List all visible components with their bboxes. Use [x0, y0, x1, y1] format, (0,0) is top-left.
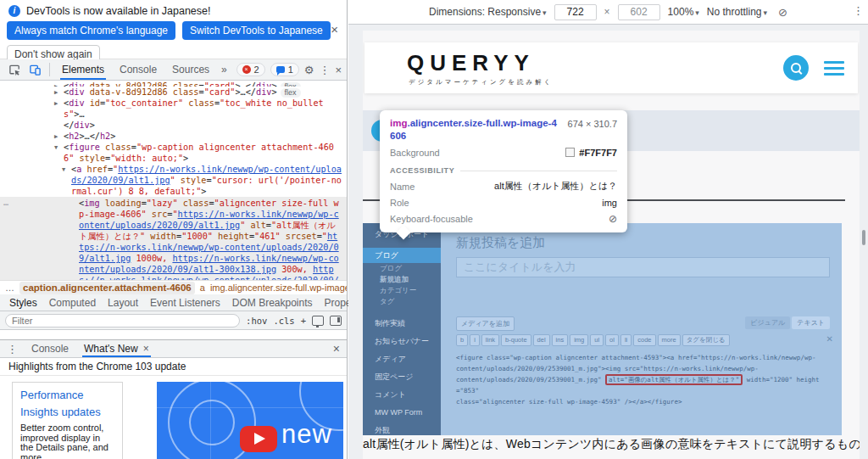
- toolbar-divider: [49, 63, 50, 76]
- code-token: width: [145, 232, 176, 241]
- code-token: "toc_container": [105, 98, 183, 108]
- styles-pane-tabs: Styles Computed Layout Event Listeners D…: [0, 294, 347, 311]
- code-token: >…: [74, 109, 84, 119]
- tree-node-anchor[interactable]: ▼<a href="https://n-works.link/newwp/wp-…: [0, 164, 347, 197]
- breadcrumb-img[interactable]: img.aligncenter.size-full.wp-image-4606: [210, 283, 347, 293]
- wp-text-tab: テキスト: [792, 316, 830, 329]
- toggle-hover-state[interactable]: :hov: [246, 316, 267, 326]
- tree-node-figure[interactable]: ▼<figure class="wp-caption aligncenter a…: [0, 142, 347, 164]
- toggle-classes[interactable]: .cls: [273, 316, 294, 326]
- site-logo[interactable]: QUERYY: [407, 50, 535, 76]
- color-swatch: [565, 148, 575, 157]
- accessibility-section-label: ACCESSIBILITY: [390, 166, 454, 175]
- tree-node-h2[interactable]: ▶<h2>…</h2>: [0, 131, 347, 142]
- device-toolbar-menu-icon[interactable]: ⋮: [853, 4, 864, 17]
- breadcrumb-anchor[interactable]: a: [200, 283, 205, 293]
- dropdown-icon: ▾: [542, 8, 547, 17]
- new-style-rule-button[interactable]: +: [301, 316, 306, 326]
- infobar-close-icon[interactable]: ×: [331, 24, 338, 36]
- expand-icon[interactable]: ▶: [54, 98, 58, 109]
- gutter-ellipsis-icon: …: [3, 197, 9, 208]
- throttling-select[interactable]: No throttling▾: [707, 6, 767, 18]
- wp-sidebar-item: タグ: [363, 296, 441, 307]
- page-scrollbar-thumb[interactable]: [862, 230, 865, 245]
- wp-sidebar-item: お知らせバナー: [363, 334, 441, 348]
- wp-sidebar-item: メディア: [363, 352, 441, 366]
- drawer-close-icon[interactable]: ×: [333, 342, 340, 355]
- collapse-icon[interactable]: ▼: [62, 165, 65, 176]
- code-token: style: [175, 176, 207, 185]
- blocked-icon[interactable]: ⊘: [778, 6, 787, 19]
- wp-code-text: content/uploads/2020/09/2539001_m.jpg": [456, 376, 605, 383]
- code-token: div: [69, 87, 84, 97]
- code-token: div: [69, 98, 84, 108]
- breadcrumb-figure[interactable]: caption.aligncenter.attachment-4606: [19, 282, 195, 294]
- wp-code-text: <figure class="wp-caption aligncenter at…: [456, 354, 815, 361]
- tree-node-clipped[interactable]: ▶<div data-v-8d912d86 class="card">…</di…: [0, 81, 347, 87]
- viewport-width-input[interactable]: [554, 4, 597, 20]
- tree-node-card-div[interactable]: ▶<div data-v-8d912d86 class="card">…</di…: [0, 87, 347, 98]
- tab-layout[interactable]: Layout: [102, 297, 144, 309]
- settings-gear-icon[interactable]: ⚙: [304, 64, 314, 76]
- drawer-menu-icon[interactable]: ⋮: [7, 343, 18, 355]
- rendering-icon[interactable]: [312, 316, 324, 326]
- hamburger-menu-icon[interactable]: [824, 61, 844, 79]
- issues-badge[interactable]: 1: [270, 63, 299, 76]
- collapse-icon[interactable]: ▼: [54, 143, 58, 154]
- code-token: >: [201, 187, 206, 196]
- tooltip-dimensions: 674 × 310.7: [568, 117, 617, 129]
- whats-new-heading: Highlights from the Chrome 103 update: [0, 358, 347, 376]
- whats-new-video-thumbnail[interactable]: new: [157, 382, 343, 459]
- code-token: flex: [281, 88, 301, 98]
- dropdown-icon: ▾: [695, 8, 699, 17]
- wp-sidebar-item: MW WP Form: [363, 406, 441, 419]
- tab-styles[interactable]: Styles: [3, 297, 43, 309]
- wp-page-heading: 新規投稿を追加: [456, 235, 545, 251]
- tab-close-icon[interactable]: ×: [143, 343, 149, 355]
- computed-sidebar-icon[interactable]: [330, 316, 342, 326]
- device-toolbar-icon[interactable]: [25, 60, 44, 79]
- zoom-select[interactable]: 100%▾: [668, 6, 699, 18]
- devtools-language-infobar: i DevTools is now available in Japanese!…: [0, 0, 347, 59]
- tab-event-listeners[interactable]: Event Listeners: [144, 297, 226, 309]
- tree-node-toc-div[interactable]: ▶<div id="toc_container" class="toc_whit…: [0, 98, 347, 120]
- tab-console[interactable]: Console: [113, 59, 164, 80]
- wp-editor-button: code: [633, 334, 655, 346]
- drawer-tab-console[interactable]: Console: [30, 340, 70, 357]
- drawer-tab-whats-new[interactable]: What's New×: [82, 340, 151, 357]
- card-title-link[interactable]: Performance Insights updates: [20, 387, 114, 421]
- code-token: height: [213, 232, 249, 241]
- not-focusable-icon: ⊘: [609, 213, 617, 225]
- tab-sources[interactable]: Sources: [165, 59, 216, 80]
- code-token: 1000w,: [131, 254, 167, 263]
- site-tagline: デジタルマーケティングを読み解く: [409, 78, 553, 87]
- more-tabs-icon[interactable]: »: [218, 64, 231, 76]
- breadcrumb-overflow-icon[interactable]: …: [5, 283, 14, 293]
- wp-editor-button: i: [470, 334, 480, 346]
- inspect-element-icon[interactable]: [5, 60, 24, 79]
- youtube-play-icon[interactable]: [240, 426, 277, 452]
- devtools-close-icon[interactable]: ×: [335, 64, 342, 76]
- viewport-height-input[interactable]: [618, 4, 660, 20]
- error-badge[interactable]: × 2: [236, 63, 265, 76]
- switch-to-japanese-button[interactable]: Switch DevTools to Japanese: [182, 21, 331, 40]
- search-button[interactable]: [783, 55, 809, 81]
- whats-new-content: Performance Insights updates Better zoom…: [0, 376, 347, 459]
- article-body-text: alt属性(オルト属性)とは、Webコンテンツ内にある画像の意味をテキストにて説…: [363, 437, 860, 452]
- wp-editor-button: ins: [552, 334, 569, 346]
- tab-dom-breakpoints[interactable]: DOM Breakpoints: [226, 297, 319, 309]
- always-match-language-button[interactable]: Always match Chrome's language: [7, 21, 175, 40]
- wp-editor-button: ol: [605, 334, 619, 346]
- dimensions-label[interactable]: Dimensions: Responsive▾: [429, 6, 547, 18]
- code-token: div: [74, 120, 89, 130]
- tree-node-img-selected[interactable]: … <img loading="lazy" class="aligncenter…: [0, 197, 347, 280]
- code-token: class: [168, 87, 199, 97]
- tree-node-close-div[interactable]: </div>: [0, 120, 347, 131]
- article-image-wp-dashboard[interactable]: ダッシュボードブログブログ新規追加カテゴリータグ制作実績お知らせバナーメディア固…: [363, 223, 842, 435]
- devtools-menu-icon[interactable]: ⋮: [319, 64, 330, 76]
- wp-fullscreen-icon: ✕: [826, 334, 833, 344]
- styles-filter-input[interactable]: [5, 314, 240, 327]
- code-token: srcset: [281, 232, 317, 241]
- tab-computed[interactable]: Computed: [43, 297, 102, 309]
- tab-elements[interactable]: Elements: [55, 59, 111, 80]
